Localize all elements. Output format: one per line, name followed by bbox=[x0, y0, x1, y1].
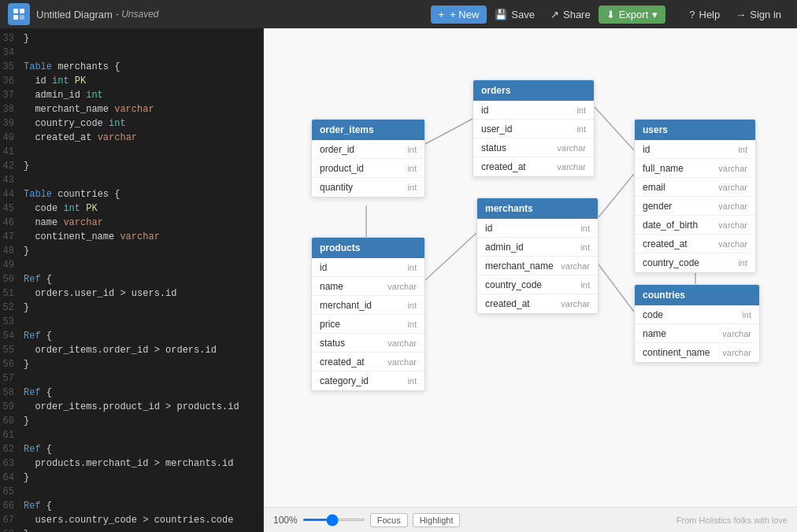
line-content: created_at varchar bbox=[24, 131, 137, 145]
line-content: products.merchant_id > merchants.id bbox=[24, 456, 233, 471]
line-number: 54 bbox=[0, 329, 24, 343]
table-row: idint bbox=[473, 101, 594, 120]
line-content: code int PK bbox=[24, 201, 98, 216]
code-line: 61 bbox=[0, 428, 263, 442]
line-number: 65 bbox=[0, 485, 24, 499]
signin-button[interactable]: → Sign in bbox=[728, 6, 789, 24]
code-line: 52} bbox=[0, 301, 263, 315]
table-orders[interactable]: orders idint user_idint statusvarchar cr… bbox=[473, 79, 595, 177]
line-number: 39 bbox=[0, 116, 24, 131]
focus-button[interactable]: Focus bbox=[370, 513, 408, 527]
save-button[interactable]: 💾 Save bbox=[487, 6, 543, 24]
code-line: 54Ref { bbox=[0, 329, 263, 343]
table-row: namevarchar bbox=[635, 324, 759, 343]
line-content: Table merchants { bbox=[24, 60, 120, 74]
line-number: 35 bbox=[0, 60, 24, 74]
plus-icon: + bbox=[439, 9, 445, 20]
code-line: 62Ref { bbox=[0, 442, 263, 456]
line-content: } bbox=[24, 244, 29, 258]
table-row: codeint bbox=[635, 305, 759, 324]
table-merchants[interactable]: merchants idint admin_idint merchant_nam… bbox=[476, 198, 599, 314]
line-number: 56 bbox=[0, 357, 24, 371]
line-content: } bbox=[24, 301, 29, 315]
table-users[interactable]: users idint full_namevarchar emailvarcha… bbox=[634, 119, 756, 273]
table-row: category_idint bbox=[312, 371, 424, 390]
export-icon: ⬇ bbox=[606, 9, 615, 20]
line-number: 41 bbox=[0, 145, 24, 159]
code-line: 39 country_code int bbox=[0, 116, 263, 131]
table-row: continent_namevarchar bbox=[635, 343, 759, 362]
table-row: idint bbox=[312, 258, 424, 277]
unsaved-status: - Unsaved bbox=[116, 9, 159, 20]
code-panel[interactable]: 33}3435Table merchants {36 id int PK37 a… bbox=[0, 28, 264, 532]
line-number: 59 bbox=[0, 400, 24, 414]
code-line: 35Table merchants { bbox=[0, 60, 263, 74]
line-number: 60 bbox=[0, 414, 24, 428]
code-line: 51 orders.user_id > users.id bbox=[0, 286, 263, 301]
table-row: product_idint bbox=[312, 159, 424, 178]
line-number: 42 bbox=[0, 159, 24, 173]
line-number: 57 bbox=[0, 371, 24, 386]
line-content: Ref { bbox=[24, 386, 52, 400]
table-row: namevarchar bbox=[312, 277, 424, 296]
table-row: merchant_namevarchar bbox=[477, 257, 598, 275]
diagram-panel[interactable]: orders idint user_idint statusvarchar cr… bbox=[264, 28, 797, 532]
line-content: id int PK bbox=[24, 74, 86, 88]
code-line: 60} bbox=[0, 414, 263, 428]
table-countries[interactable]: countries codeint namevarchar continent_… bbox=[634, 284, 760, 363]
zoom-slider[interactable] bbox=[302, 519, 365, 521]
line-number: 45 bbox=[0, 201, 24, 216]
table-products[interactable]: products idint namevarchar merchant_idin… bbox=[311, 237, 425, 391]
highlight-button[interactable]: Highlight bbox=[413, 513, 461, 527]
code-line: 53 bbox=[0, 315, 263, 329]
code-line: 42} bbox=[0, 159, 263, 173]
svg-line-10 bbox=[599, 264, 634, 312]
line-content: } bbox=[24, 414, 29, 428]
code-line: 50Ref { bbox=[0, 272, 263, 286]
svg-rect-3 bbox=[20, 15, 24, 20]
export-button[interactable]: ⬇ Export ▾ bbox=[599, 6, 666, 24]
table-row: quantityint bbox=[312, 178, 424, 197]
code-line: 58Ref { bbox=[0, 386, 263, 400]
line-number: 36 bbox=[0, 74, 24, 88]
code-line: 66Ref { bbox=[0, 499, 263, 513]
line-number: 47 bbox=[0, 230, 24, 244]
line-number: 63 bbox=[0, 456, 24, 471]
line-content: } bbox=[24, 31, 29, 46]
table-row: statusvarchar bbox=[473, 139, 594, 157]
code-line: 43 bbox=[0, 173, 263, 187]
line-number: 53 bbox=[0, 315, 24, 329]
line-content: name varchar bbox=[24, 216, 103, 230]
code-line: 47 continent_name varchar bbox=[0, 230, 263, 244]
help-button[interactable]: ? Help bbox=[681, 6, 728, 24]
line-content: country_code int bbox=[24, 116, 126, 131]
signin-icon: → bbox=[736, 9, 746, 20]
code-line: 40 created_at varchar bbox=[0, 131, 263, 145]
svg-line-6 bbox=[595, 107, 634, 150]
table-order-items[interactable]: order_items order_idint product_idint qu… bbox=[311, 119, 425, 198]
svg-line-7 bbox=[425, 233, 476, 280]
code-line: 64} bbox=[0, 471, 263, 485]
line-number: 58 bbox=[0, 386, 24, 400]
line-number: 37 bbox=[0, 88, 24, 102]
code-line: 41 bbox=[0, 145, 263, 159]
line-number: 40 bbox=[0, 131, 24, 145]
code-line: 33} bbox=[0, 31, 263, 46]
new-button[interactable]: + + New bbox=[431, 6, 487, 24]
code-line: 34 bbox=[0, 46, 263, 60]
code-line: 56} bbox=[0, 357, 263, 371]
line-number: 33 bbox=[0, 31, 24, 46]
share-button[interactable]: ↗ Share bbox=[543, 6, 599, 24]
code-line: 57 bbox=[0, 371, 263, 386]
app-logo bbox=[8, 3, 30, 25]
line-content: order_items.product_id > products.id bbox=[24, 400, 239, 414]
table-row: priceint bbox=[312, 315, 424, 334]
countries-header: countries bbox=[635, 285, 759, 305]
line-content: } bbox=[24, 527, 29, 532]
table-row: admin_idint bbox=[477, 238, 598, 257]
line-number: 62 bbox=[0, 442, 24, 456]
code-line: 65 bbox=[0, 485, 263, 499]
orders-header: orders bbox=[473, 80, 594, 101]
merchants-header: merchants bbox=[477, 198, 598, 219]
table-row: emailvarchar bbox=[635, 178, 755, 197]
